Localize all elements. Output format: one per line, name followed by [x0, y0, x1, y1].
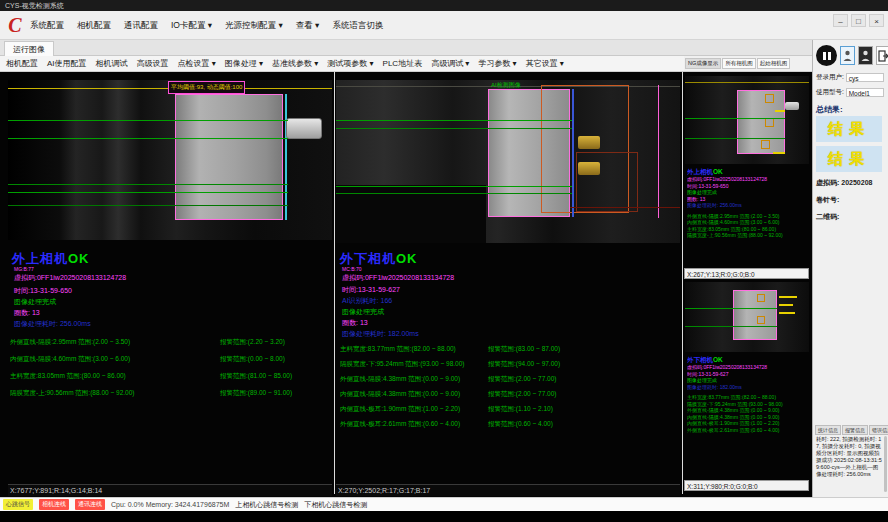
preview-top-image[interactable]	[685, 76, 809, 164]
overlay-green-line	[8, 184, 288, 185]
exit-button[interactable]	[876, 46, 888, 65]
preview-bottom-text: 外下相机OK 虚拟码:0FF1iw20250208133134728 时间:13…	[687, 356, 809, 476]
center-ai-time: AI识别耗时: 166	[342, 296, 392, 306]
total-result-label: 总结果:	[816, 104, 843, 115]
menu-view[interactable]: 查看 ▾	[296, 20, 320, 32]
result-box-1: 结果	[816, 116, 882, 142]
left-camera-subinfo: MG:B:77	[14, 266, 34, 272]
tool-ai-usage-config[interactable]: AI使用配置	[47, 58, 87, 69]
tool-camera-config[interactable]: 相机配置	[6, 58, 38, 69]
tool-advanced-settings[interactable]: 高级设置	[137, 58, 169, 69]
measurement-row: 隔膜宽度-下:95.24mm 范围:(93.00 ~ 98.00) 报警范围:(…	[340, 360, 464, 369]
virtual-code-field: 虚拟码: 20250208	[816, 178, 872, 188]
maximize-button[interactable]: □	[851, 14, 866, 27]
measurement-row: 内侧直线-隔膜:4.38mm 范围:(0.00 ~ 9.00) 报警范围:(2.…	[340, 390, 460, 399]
tool-test-params[interactable]: 测试项参数 ▾	[327, 58, 373, 69]
center-camera-image[interactable]: AI检测图像	[336, 80, 680, 243]
tab-alarm-info[interactable]: 报警信息	[842, 425, 868, 435]
info-tabs: 统计信息 报警信息 错误信息	[815, 425, 888, 435]
left-pixel-coords: X:7677;Y:891;R:14;G:14;B:14	[8, 484, 332, 496]
overlay-green-line	[685, 308, 777, 309]
model-field[interactable]: Model1	[846, 88, 884, 97]
threshold-badge: 平均阈值:93, 动态阈值:100	[168, 81, 245, 94]
operator-button[interactable]	[858, 46, 873, 65]
tab-all-cameras[interactable]: 所有相机图	[722, 58, 756, 69]
menu-comm-config[interactable]: 通讯配置	[124, 20, 158, 32]
tab-highlight	[578, 136, 600, 149]
window-title: CYS-视觉检测系统	[5, 2, 64, 9]
tool-learn-params[interactable]: 学习参数 ▾	[478, 58, 516, 69]
target-box	[757, 316, 765, 324]
target-box	[761, 140, 770, 149]
right-sidebar: 登录用户: cys 使用型号: Model1 总结果: 结果 结果 虚拟码: 2…	[812, 40, 888, 497]
tab-ng-display[interactable]: NG成像显示	[685, 58, 721, 69]
pause-button[interactable]	[816, 45, 837, 66]
main-view: 平均阈值:93, 动态阈值:100 外上相机OK MG:B:77 虚拟码:0FF…	[0, 72, 812, 497]
top-camera-heartbeat-link[interactable]: 上相机心跳信号检测	[235, 500, 298, 510]
tool-advanced-debug[interactable]: 高级调试 ▾	[431, 58, 469, 69]
preview-bottom-image[interactable]	[685, 282, 809, 352]
overlay-blue-line	[572, 89, 574, 217]
menubar: C 系统配置 相机配置 通讯配置 IO卡配置 ▾ 光源控制配置 ▾ 查看 ▾ 系…	[0, 11, 888, 40]
measurement-row: 内侧直线-隔膜:4.60mm 范围:(3.00 ~ 6.00) 报警范围:(0.…	[10, 355, 130, 364]
operator-icon	[861, 50, 870, 62]
close-button[interactable]: ×	[869, 14, 884, 27]
tab-run-image[interactable]: 运行图像	[4, 41, 54, 56]
menu-system-config[interactable]: 系统配置	[30, 20, 64, 32]
bottom-camera-heartbeat-link[interactable]: 下相机心跳信号检测	[304, 500, 367, 510]
minimize-button[interactable]: –	[833, 14, 848, 27]
target-box	[757, 294, 765, 302]
stats-scrollbar[interactable]	[884, 436, 887, 492]
user-login-button[interactable]	[840, 46, 855, 65]
menu-language-switch[interactable]: 系统语言切换	[332, 20, 383, 32]
stats-text: 耗时: 222, 拍摄检测耗时: 17, 拍摄分发耗时: 0, 拍摄视频分区耗时…	[816, 436, 882, 478]
left-timestamp: 时间:13-31-59-650	[14, 286, 72, 296]
left-round-count: 圈数: 13	[14, 308, 40, 318]
center-pixel-coords: X:270;Y:2502;R:17;G:17;B:17	[336, 484, 680, 496]
tool-image-processing[interactable]: 图像处理 ▾	[225, 58, 263, 69]
tool-other-settings[interactable]: 其它设置 ▾	[526, 58, 564, 69]
app-window: CYS-视觉检测系统 C 系统配置 相机配置 通讯配置 IO卡配置 ▾ 光源控制…	[0, 0, 888, 522]
menu-camera-config[interactable]: 相机配置	[77, 20, 111, 32]
panel-divider	[682, 72, 683, 494]
login-user-label: 登录用户:	[816, 73, 844, 80]
center-camera-subinfo: MC:B:70	[342, 266, 361, 272]
preview-camera-title: 外上相机OK	[687, 168, 809, 176]
overlay-yellow-mark	[779, 304, 793, 306]
tool-baseline-params[interactable]: 基准线参数 ▾	[272, 58, 318, 69]
measurement-row: 隔膜宽度-上:90.56mm 范围:(88.00 ~ 92.00) 报警范围:(…	[10, 389, 134, 398]
overlay-green-line	[8, 192, 288, 193]
tool-spot-check[interactable]: 点检设置 ▾	[178, 58, 216, 69]
tool-camera-debug[interactable]: 相机调试	[96, 58, 128, 69]
window-controls: – □ ×	[833, 14, 884, 27]
center-timestamp: 时间:13-31-59-627	[342, 285, 400, 295]
tool-plc-address[interactable]: PLC地址表	[383, 58, 423, 69]
overlay-green-line	[336, 193, 572, 194]
login-user-field[interactable]: cys	[846, 73, 884, 82]
menu-light-config[interactable]: 光源控制配置 ▾	[225, 20, 283, 32]
comm-link-badge: 通讯连线	[75, 499, 105, 510]
toolbar: 相机配置 AI使用配置 相机调试 高级设置 点检设置 ▾ 图像处理 ▾ 基准线参…	[0, 56, 684, 72]
window-titlebar: CYS-视觉检测系统	[0, 0, 888, 11]
tab-start-camera[interactable]: 起始相机图	[757, 58, 791, 69]
heartbeat-badge: 心跳信号	[3, 499, 33, 510]
left-camera-image[interactable]: 平均阈值:93, 动态阈值:100	[8, 80, 332, 240]
tab-error-info[interactable]: 错误信息	[869, 425, 888, 435]
center-virtual-code: 虚拟码:0FF1iw20250208133134728	[342, 273, 454, 283]
tab-highlight	[578, 162, 600, 175]
tab-stats-info[interactable]: 统计信息	[815, 425, 841, 435]
exit-door-icon	[878, 50, 888, 62]
left-process-time: 图像处理耗时: 256.00ms	[14, 319, 91, 329]
overlay-green-line	[8, 205, 288, 206]
model-label: 使用型号:	[816, 88, 844, 95]
overlay-green-line	[685, 138, 785, 139]
tab-connector-shape	[286, 118, 322, 139]
roi-box	[576, 152, 638, 212]
menu-io-config[interactable]: IO卡配置 ▾	[171, 20, 212, 32]
overlay-green-line	[336, 186, 572, 187]
preview-camera-title: 外下相机OK	[687, 356, 809, 364]
cpu-memory-text: Cpu: 0.0% Memory: 3424.41796875M	[111, 501, 229, 508]
measurement-row: 外侧直线-隔膜:4.38mm 范围:(0.00 ~ 9.00) 报警范围:(2.…	[340, 375, 460, 384]
measurement-row: 主料宽度:83.77mm 范围:(82.00 ~ 88.00) 报警范围:(83…	[340, 345, 456, 354]
tabstrip: 运行图像	[0, 40, 812, 56]
